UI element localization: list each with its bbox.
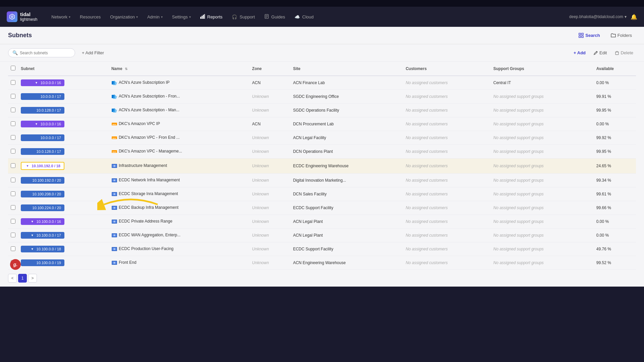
row-checkbox[interactable] bbox=[11, 121, 15, 126]
row-zone: Unknown bbox=[250, 159, 290, 174]
table-row[interactable]: 10.0.0.0 / 17ACN's Azure Subscription - … bbox=[8, 90, 636, 104]
trash-icon bbox=[615, 51, 619, 55]
row-checkbox[interactable] bbox=[11, 149, 15, 154]
table-row[interactable]: ▼10.100.0.0 / 17ECDC WAN Aggregation, En… bbox=[8, 229, 636, 242]
nav-item-admin[interactable]: Admin ▾ bbox=[143, 12, 167, 22]
row-available: 99.66 % bbox=[594, 201, 636, 215]
row-customers: No assigned customers bbox=[403, 256, 490, 270]
add-filter-button[interactable]: + Add Filter bbox=[79, 49, 107, 57]
add-button[interactable]: + Add bbox=[571, 49, 588, 57]
col-zone: Zone bbox=[250, 62, 290, 76]
row-available: 0.00 % bbox=[594, 229, 636, 242]
chevron-icon: ▾ bbox=[136, 15, 138, 19]
row-support-groups: No assigned support groups bbox=[491, 242, 594, 256]
row-support-groups: No assigned support groups bbox=[491, 215, 594, 229]
table-row[interactable]: 10.100.224.0 / 20ECDC Backup Infra Manag… bbox=[8, 201, 636, 215]
row-name: ECDC Backup Infra Management bbox=[119, 205, 178, 210]
row-support-groups: No assigned support groups bbox=[491, 117, 594, 131]
row-checkbox[interactable] bbox=[11, 94, 15, 99]
delete-button[interactable]: Delete bbox=[612, 49, 636, 57]
table-row[interactable]: 10.0.128.0 / 17awsDKC's Amazon VPC - Man… bbox=[8, 145, 636, 159]
row-name: ECDC Private Address Range bbox=[119, 219, 172, 224]
nav-item-support[interactable]: 🎧 Support bbox=[228, 12, 259, 22]
nav-item-resources[interactable]: Resources bbox=[76, 12, 105, 22]
nav-item-network[interactable]: Network ▾ bbox=[47, 12, 74, 22]
network-icon bbox=[111, 205, 117, 211]
row-checkbox[interactable] bbox=[11, 178, 15, 182]
svg-text:aws: aws bbox=[112, 137, 116, 139]
grid-icon bbox=[579, 33, 584, 38]
subnet-badge: ▼10.100.0.0 / 18 bbox=[21, 246, 64, 252]
nav-item-reports[interactable]: Reports bbox=[196, 11, 227, 22]
top-bar bbox=[0, 0, 644, 7]
table-row[interactable]: 10.100.208.0 / 20ECDC Storage Inra Manag… bbox=[8, 187, 636, 201]
row-site: ACN Engineering Warehouse bbox=[290, 256, 403, 270]
svg-rect-2 bbox=[200, 17, 201, 19]
table-row[interactable]: ▼10.100.192.0 / 18Infrastructure Managem… bbox=[8, 159, 636, 174]
subnet-badge: 10.0.128.0 / 17 bbox=[21, 107, 64, 114]
table-row[interactable]: 10.0.128.0 / 17ACN's Azure Subscription … bbox=[8, 104, 636, 117]
row-name: ACN's Azure Subscription IP bbox=[119, 80, 170, 85]
table-row[interactable]: ▼10.0.0.0 / 16awsDKC's Amazon VPC IPACND… bbox=[8, 117, 636, 131]
prev-page-button[interactable]: < bbox=[8, 274, 17, 283]
row-support-groups: No assigned support groups bbox=[491, 90, 594, 104]
row-customers: No assigned customers bbox=[403, 131, 490, 145]
row-zone: Unknown bbox=[250, 215, 290, 229]
logo[interactable]: tidal lightmesh bbox=[7, 11, 37, 22]
table-row[interactable]: ▼10.0.0.0 / 16ACN's Azure Subscription I… bbox=[8, 76, 636, 90]
row-customers: No assigned customers bbox=[403, 187, 490, 201]
row-checkbox[interactable] bbox=[11, 191, 15, 196]
table-header: Subnet Name ⇅ Zone Site Customers Suppor… bbox=[8, 62, 636, 76]
row-checkbox[interactable] bbox=[11, 163, 15, 168]
col-subnet: Subnet bbox=[18, 62, 109, 76]
row-checkbox[interactable] bbox=[11, 205, 15, 210]
row-support-groups: No assigned support groups bbox=[491, 229, 594, 242]
row-checkbox[interactable] bbox=[11, 246, 15, 251]
col-support-groups: Support Groups bbox=[491, 62, 594, 76]
nav-item-organization[interactable]: Organization ▾ bbox=[106, 12, 142, 22]
row-customers: No assigned customers bbox=[403, 242, 490, 256]
table-row[interactable]: 10.0.0.0 / 17awsDKC's Amazon VPC - Fron … bbox=[8, 131, 636, 145]
table-row[interactable]: 10.100.0.0 / 19Front EndUnknownACN Engin… bbox=[8, 256, 636, 270]
col-available: Available bbox=[594, 62, 636, 76]
edit-icon bbox=[594, 51, 598, 55]
nav-item-cloud[interactable]: ☁️ Cloud bbox=[290, 12, 318, 22]
notification-bell-icon[interactable]: 🔔 bbox=[631, 14, 637, 20]
chevron-icon: ▾ bbox=[69, 15, 70, 19]
row-name: ACN's Azure Subscription - Fron... bbox=[119, 94, 180, 99]
search-view-button[interactable]: Search bbox=[575, 31, 604, 40]
chevron-icon: ▾ bbox=[189, 15, 191, 19]
row-available: 0.00 % bbox=[594, 76, 636, 90]
avatar-container[interactable]: g. bbox=[10, 259, 21, 270]
edit-button[interactable]: Edit bbox=[591, 49, 609, 57]
row-name: ECDC Network Infra Management bbox=[119, 178, 180, 182]
row-checkbox[interactable] bbox=[11, 233, 15, 237]
row-support-groups: No assigned support groups bbox=[491, 159, 594, 174]
row-checkbox[interactable] bbox=[11, 108, 15, 112]
table-row[interactable]: 10.100.192.0 / 20ECDC Network Infra Mana… bbox=[8, 174, 636, 187]
search-box[interactable]: 🔍 bbox=[8, 48, 75, 57]
subnet-badge: 10.0.0.0 / 17 bbox=[21, 134, 64, 141]
row-checkbox[interactable] bbox=[11, 219, 15, 224]
svg-marker-1 bbox=[11, 15, 13, 18]
row-checkbox[interactable] bbox=[11, 80, 15, 85]
table-row[interactable]: ▼10.100.0.0 / 16ECDC Private Address Ran… bbox=[8, 215, 636, 229]
row-customers: No assigned customers bbox=[403, 159, 490, 174]
row-support-groups: No assigned support groups bbox=[491, 256, 594, 270]
row-support-groups: No assigned support groups bbox=[491, 187, 594, 201]
row-available: 99.61 % bbox=[594, 187, 636, 201]
select-all-checkbox[interactable] bbox=[11, 66, 15, 70]
search-input[interactable] bbox=[20, 51, 71, 55]
row-site: ACN Legal Plant bbox=[290, 229, 403, 242]
row-checkbox[interactable] bbox=[11, 135, 15, 140]
next-page-button[interactable]: > bbox=[28, 274, 37, 283]
svg-rect-3 bbox=[202, 16, 203, 19]
page-1-button[interactable]: 1 bbox=[18, 274, 27, 283]
nav-item-guides[interactable]: Guides bbox=[260, 11, 289, 22]
aws-icon: aws bbox=[111, 135, 117, 141]
aws-icon: aws bbox=[111, 121, 117, 127]
folders-view-button[interactable]: Folders bbox=[607, 31, 636, 40]
table-row[interactable]: ▼10.100.0.0 / 18ECDC Production User-Fac… bbox=[8, 242, 636, 256]
col-name[interactable]: Name ⇅ bbox=[109, 62, 250, 76]
nav-item-settings[interactable]: Settings ▾ bbox=[168, 12, 195, 22]
